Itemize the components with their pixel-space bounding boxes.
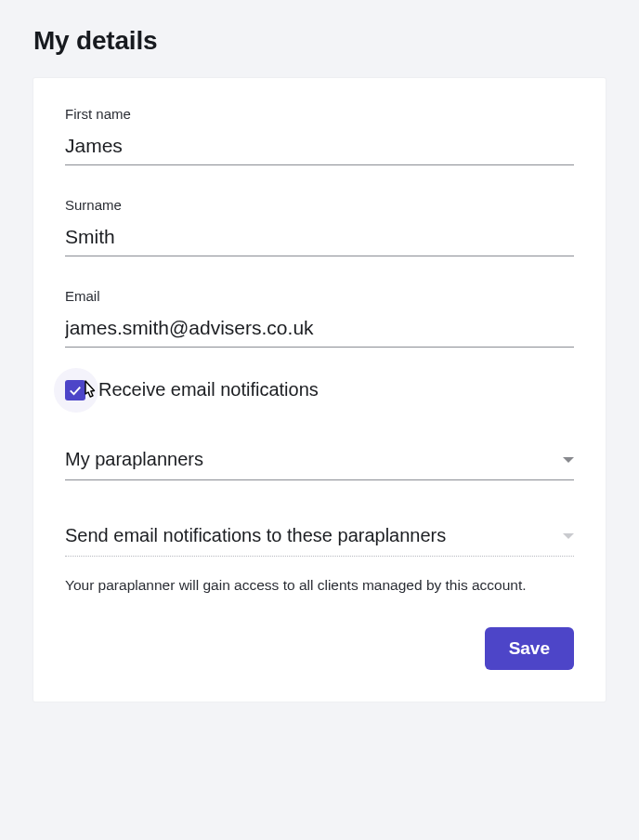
paraplanners-select[interactable]: My paraplanners — [65, 443, 574, 480]
paraplanner-helper-text: Your paraplanner will gain access to all… — [65, 575, 574, 596]
notify-paraplanners-select-label: Send email notifications to these parapl… — [65, 525, 446, 546]
first-name-label: First name — [65, 106, 574, 122]
notifications-row: Receive email notifications — [65, 379, 574, 400]
save-button[interactable]: Save — [485, 627, 574, 670]
notify-paraplanners-select[interactable]: Send email notifications to these parapl… — [65, 519, 574, 557]
first-name-input[interactable] — [65, 131, 574, 165]
notifications-checkbox[interactable] — [65, 380, 85, 400]
surname-input[interactable] — [65, 222, 574, 256]
checkmark-icon — [67, 382, 84, 399]
chevron-down-icon — [563, 533, 574, 539]
first-name-field: First name — [65, 106, 574, 165]
email-label: Email — [65, 288, 574, 304]
paraplanners-select-label: My paraplanners — [65, 449, 203, 470]
surname-label: Surname — [65, 197, 574, 213]
chevron-down-icon — [563, 457, 574, 463]
details-card: First name Surname Email Receive email n… — [33, 78, 606, 702]
surname-field: Surname — [65, 197, 574, 256]
email-input[interactable] — [65, 313, 574, 348]
notifications-label: Receive email notifications — [98, 379, 319, 400]
email-field: Email — [65, 288, 574, 348]
form-actions: Save — [65, 627, 574, 670]
page-title: My details — [33, 26, 606, 56]
